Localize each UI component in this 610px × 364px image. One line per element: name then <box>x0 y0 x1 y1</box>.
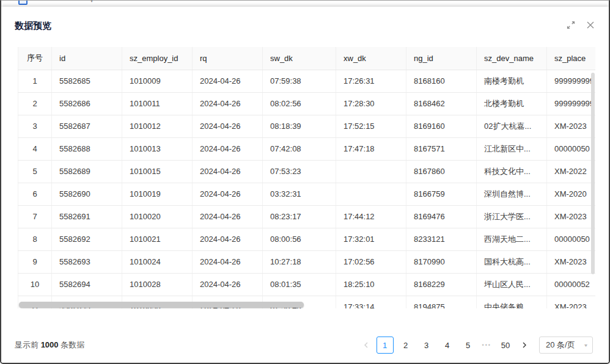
table-cell: 8 <box>18 228 52 250</box>
chevron-down-icon: ▾ <box>90 1 94 4</box>
column-header-sz_place: sz_place <box>547 47 596 70</box>
table-cell: 深圳自然博... <box>477 183 547 205</box>
table-cell: 5582687 <box>52 115 122 137</box>
column-header-sw_dk: sw_dk <box>263 47 336 70</box>
table-cell: 1010028 <box>122 273 193 296</box>
table-cell: 17:44:12 <box>336 205 406 228</box>
table-cell: 5582685 <box>52 70 122 92</box>
horizontal-scrollbar[interactable] <box>19 302 304 308</box>
table-cell: 坪山区人民... <box>477 273 547 296</box>
column-header-sz_dev_name: sz_dev_name <box>477 47 547 70</box>
table-cell: 1 <box>18 70 52 92</box>
table-cell: 1010009 <box>122 70 193 92</box>
column-header-id: id <box>52 47 122 70</box>
column-header-xw_dk: xw_dk <box>336 47 406 70</box>
table-cell: 2024-04-26 <box>193 137 263 160</box>
table-cell: XM-2023 <box>547 296 596 308</box>
pagination-page-4[interactable]: 4 <box>439 337 456 354</box>
table-row: 9558269310100242024-04-2610:27:1817:02:5… <box>18 250 596 273</box>
table-cell: 8169476 <box>406 205 477 228</box>
table-cell: 6 <box>18 183 52 205</box>
table-cell: 8233121 <box>406 228 477 250</box>
table-row: 3558268710100122024-04-2608:18:3917:52:1… <box>18 115 596 137</box>
pagination-pages: 12345 <box>375 337 479 354</box>
table-cell: 7 <box>18 205 52 228</box>
table-cell: 17:33:14 <box>336 296 406 308</box>
pagination-page-3[interactable]: 3 <box>418 337 435 354</box>
table-cell: 8169160 <box>406 115 477 137</box>
page-size-select[interactable]: 20 条/页 ▾ <box>539 337 593 354</box>
table-cell: 2024-04-26 <box>193 70 263 92</box>
pagination-page-5[interactable]: 5 <box>460 337 477 354</box>
table-cell <box>336 160 406 183</box>
table-cell: XM-2023 <box>547 250 596 273</box>
data-preview-modal: 数据预览 序号idsz_employ_idrqsw_dkxw_d <box>1 7 609 363</box>
column-header-sz_employ_id: sz_employ_id <box>122 47 193 70</box>
table-cell: 5582690 <box>52 183 122 205</box>
summary-suffix: 条数据 <box>59 340 85 349</box>
table-cell: 08:18:39 <box>263 115 336 137</box>
table-cell: 00000050 <box>547 137 596 160</box>
column-header-序号: 序号 <box>18 47 52 70</box>
table-cell: 17:26:31 <box>336 70 406 92</box>
chevron-left-icon[interactable] <box>359 337 373 354</box>
table-cell: 2024-04-26 <box>193 273 263 296</box>
table-cell: XM-2023 <box>547 115 596 137</box>
table-cell: 8168462 <box>406 92 477 115</box>
table-row: 6558269010100192024-04-2603:32:318166759… <box>18 183 596 205</box>
table-cell: 2024-04-26 <box>193 115 263 137</box>
table-cell: 5582689 <box>52 160 122 183</box>
table-header-row: 序号idsz_employ_idrqsw_dkxw_dkng_idsz_dev_… <box>18 47 596 70</box>
app-window: ▾ 数据预览 序号idsz <box>0 0 610 364</box>
expand-icon[interactable] <box>566 20 576 30</box>
table-cell: 17:02:56 <box>336 250 406 273</box>
table-cell: 5582691 <box>52 205 122 228</box>
table-cell: 3 <box>18 115 52 137</box>
table-cell: 4 <box>18 137 52 160</box>
chevron-down-icon: ▾ <box>584 343 587 348</box>
table-cell: 西湖天地二... <box>477 228 547 250</box>
table-cell: 2024-04-26 <box>193 160 263 183</box>
pagination: 12345 ••• 50 20 条/页 ▾ <box>359 337 593 354</box>
table-cell: 8168160 <box>406 70 477 92</box>
table-cell: 5582693 <box>52 250 122 273</box>
table-cell: 9 <box>18 250 52 273</box>
table-cell <box>336 183 406 205</box>
table-cell: 1010024 <box>122 250 193 273</box>
table-cell: 5 <box>18 160 52 183</box>
pagination-last-page[interactable]: 50 <box>497 337 514 354</box>
table-cell: 10 <box>18 273 52 296</box>
table-cell: 1010021 <box>122 228 193 250</box>
table-body: 1558268510100092024-04-2607:59:3817:26:3… <box>18 70 596 308</box>
pagination-page-2[interactable]: 2 <box>397 337 414 354</box>
table-cell: 北楼考勤机 <box>477 92 547 115</box>
modal-header-actions <box>566 20 595 30</box>
chevron-right-icon[interactable] <box>517 337 532 354</box>
table-cell: 08:23:17 <box>263 205 336 228</box>
table-cell: 8170990 <box>406 250 477 273</box>
vertical-scrollbar[interactable] <box>591 73 595 274</box>
table-cell: 999999999 <box>547 92 596 115</box>
table-cell: 8167571 <box>406 137 477 160</box>
close-icon[interactable] <box>586 20 595 30</box>
row-count-summary: 显示前 1000 条数据 <box>15 340 84 351</box>
pagination-page-1[interactable]: 1 <box>377 337 394 354</box>
table-row: 5558268910100152024-04-2607:53:238167860… <box>18 160 596 183</box>
table-cell: 18:25:10 <box>336 273 406 296</box>
table-cell: XM-2023 <box>547 205 596 228</box>
table-cell: 08:01:35 <box>263 273 336 296</box>
table-cell: 2024-04-26 <box>193 92 263 115</box>
table-cell: 999999999 <box>547 70 596 92</box>
pagination-ellipsis[interactable]: ••• <box>482 342 491 348</box>
table-cell: 00000050 <box>547 228 596 250</box>
background-doc-icon <box>18 1 28 5</box>
table-cell: 2024-04-26 <box>193 183 263 205</box>
table-row: 7558269110100202024-04-2608:23:1717:44:1… <box>18 205 596 228</box>
modal-title: 数据预览 <box>15 20 51 32</box>
table-cell: 8167860 <box>406 160 477 183</box>
table-cell: 02扩大杭嘉... <box>477 115 547 137</box>
modal-footer: 显示前 1000 条数据 12345 ••• 50 20 条/页 ▾ <box>15 336 593 354</box>
table-cell: 08:02:56 <box>263 92 336 115</box>
modal-header: 数据预览 <box>1 7 609 40</box>
table-row: 8558269210100212024-04-2608:00:5617:32:0… <box>18 228 596 250</box>
